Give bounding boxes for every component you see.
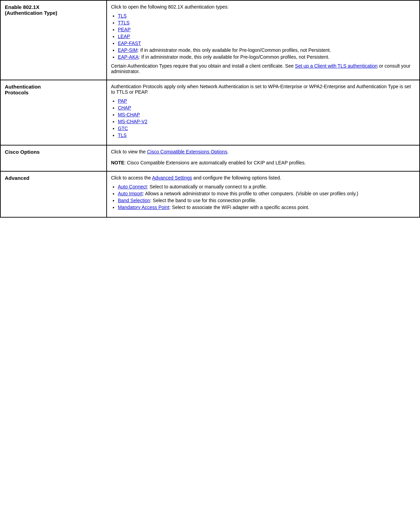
link-tls[interactable]: TLS — [118, 13, 127, 19]
auth-type-list: TLS TTLS PEAP LEAP EAP-FAST EAP-SIM: If … — [118, 13, 415, 60]
intro-text-8021x: Click to open the following 802.1X authe… — [111, 4, 415, 10]
link-pap[interactable]: PAP — [118, 98, 127, 104]
label-auth-protocols: AuthenticationProtocols — [0, 80, 107, 145]
intro-text-advanced: Click to access the Advanced Settings an… — [111, 175, 415, 181]
list-item-eap-sim: EAP-SIM: If in administrator mode, this … — [118, 47, 415, 53]
link-peap[interactable]: PEAP — [118, 27, 131, 32]
main-table: Enable 802.1X(Authentication Type) Click… — [0, 0, 420, 218]
link-leap[interactable]: LEAP — [118, 34, 130, 39]
link-auto-import[interactable]: Auto Import — [118, 191, 143, 196]
list-item-ms-chap-v2: MS-CHAP-V2 — [118, 119, 415, 124]
list-item-gtc: GTC — [118, 126, 415, 131]
row-cisco-options: Cisco Options Click to view the Cisco Co… — [0, 145, 420, 171]
list-item-leap: LEAP — [118, 34, 415, 39]
list-item-ttls: TTLS — [118, 20, 415, 25]
link-eap-aka[interactable]: EAP-AKA — [118, 54, 139, 60]
list-item-peap: PEAP — [118, 27, 415, 32]
list-item-ms-chap: MS-CHAP — [118, 112, 415, 117]
intro-text-protocols: Authentication Protocols apply only when… — [111, 84, 415, 95]
label-enable-8021x: Enable 802.1X(Authentication Type) — [0, 0, 107, 80]
list-item-band-selection: Band Selection: Select the band to use f… — [118, 198, 415, 203]
row-advanced: Advanced Click to access the Advanced Se… — [0, 171, 420, 217]
list-item-pap: PAP — [118, 98, 415, 104]
list-item-eap-fast: EAP-FAST — [118, 40, 415, 46]
link-cisco-extensions[interactable]: Cisco Compatible Extensions Options — [147, 149, 227, 154]
row-enable-8021x: Enable 802.1X(Authentication Type) Click… — [0, 0, 420, 80]
link-eap-fast[interactable]: EAP-FAST — [118, 40, 141, 46]
link-tls-proto[interactable]: TLS — [118, 132, 127, 138]
link-ms-chap-v2[interactable]: MS-CHAP-V2 — [118, 119, 147, 124]
link-eap-sim[interactable]: EAP-SIM — [118, 47, 138, 53]
desc-enable-8021x: Click to open the following 802.1X authe… — [107, 0, 420, 80]
link-advanced-settings[interactable]: Advanced Settings — [152, 175, 192, 181]
link-auto-connect[interactable]: Auto Connect — [118, 184, 147, 189]
list-item-mandatory-access-point: Mandatory Access Point: Select to associ… — [118, 205, 415, 210]
row-auth-protocols: AuthenticationProtocols Authentication P… — [0, 80, 420, 145]
link-band-selection[interactable]: Band Selection — [118, 198, 150, 203]
note-cisco: NOTE: Cisco Compatible Extensions are au… — [111, 160, 415, 165]
label-advanced: Advanced — [0, 171, 107, 217]
advanced-list: Auto Connect: Select to automatically or… — [118, 184, 415, 210]
list-item-tls: TLS — [118, 13, 415, 19]
protocol-list: PAP CHAP MS-CHAP MS-CHAP-V2 GTC TLS — [118, 98, 415, 138]
desc-cisco-options: Click to view the Cisco Compatible Exten… — [107, 145, 420, 171]
link-tls-auth[interactable]: Set up a Client with TLS authentication — [295, 63, 377, 69]
intro-text-cisco: Click to view the Cisco Compatible Exten… — [111, 149, 415, 154]
link-mandatory-access-point[interactable]: Mandatory Access Point — [118, 205, 169, 210]
list-item-auto-import: Auto Import: Allows a network administra… — [118, 191, 415, 196]
list-item-chap: CHAP — [118, 105, 415, 111]
list-item-eap-aka: EAP-AKA: If in administrator mode, this … — [118, 54, 415, 60]
link-chap[interactable]: CHAP — [118, 105, 131, 111]
link-ttls[interactable]: TTLS — [118, 20, 130, 25]
link-ms-chap[interactable]: MS-CHAP — [118, 112, 140, 117]
label-cisco-options: Cisco Options — [0, 145, 107, 171]
list-item-auto-connect: Auto Connect: Select to automatically or… — [118, 184, 415, 189]
desc-auth-protocols: Authentication Protocols apply only when… — [107, 80, 420, 145]
link-gtc[interactable]: GTC — [118, 126, 128, 131]
footer-text-8021x: Certain Authentication Types require tha… — [111, 63, 415, 74]
note-label: NOTE — [111, 160, 124, 165]
desc-advanced: Click to access the Advanced Settings an… — [107, 171, 420, 217]
list-item-tls-proto: TLS — [118, 132, 415, 138]
